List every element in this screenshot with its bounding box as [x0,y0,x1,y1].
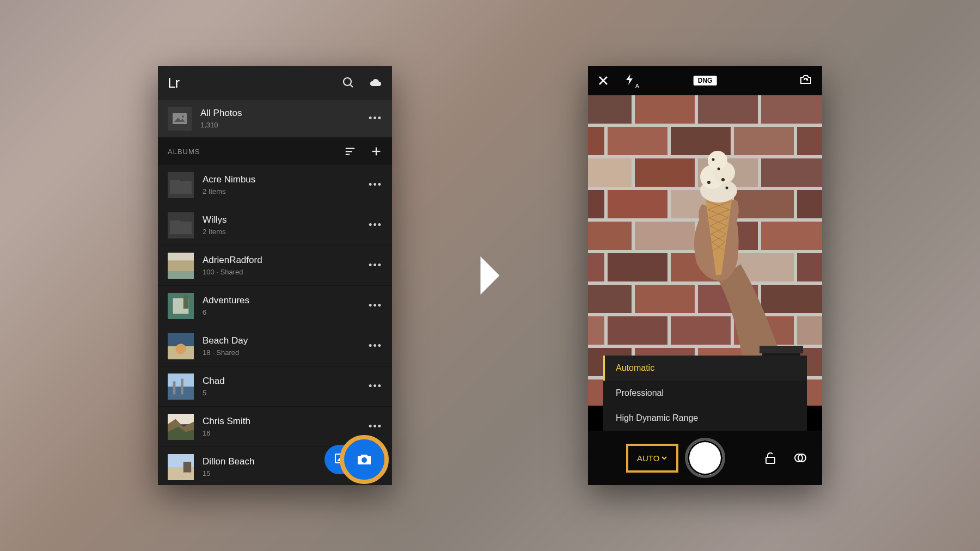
album-row[interactable]: Adventures 6 ••• [158,286,392,326]
svg-rect-75 [797,316,822,345]
more-icon[interactable]: ••• [369,381,382,392]
svg-rect-12 [168,271,194,278]
svg-rect-22 [181,378,183,394]
more-icon[interactable]: ••• [369,260,382,271]
svg-rect-49 [588,158,632,187]
all-photos-count: 1,310 [200,121,242,129]
mode-hdr[interactable]: High Dynamic Range [603,406,807,431]
album-subtitle: 2 Items [203,187,255,195]
more-icon[interactable]: ••• [369,340,382,352]
sort-icon[interactable] [344,145,356,157]
more-icon[interactable]: ••• [369,113,382,124]
svg-rect-50 [635,158,695,187]
cloud-icon[interactable] [369,76,382,89]
search-icon[interactable] [342,76,355,89]
album-thumbnail [168,374,194,400]
svg-rect-15 [183,295,189,308]
svg-rect-62 [588,253,604,281]
albums-section-header: ALBUMS [158,138,392,165]
folder-icon [168,212,194,238]
close-icon[interactable] [598,75,609,86]
svg-point-105 [707,181,710,184]
folder-icon [168,172,194,198]
flash-mode-label: A [635,83,639,89]
album-subtitle: 6 [203,308,249,316]
svg-rect-71 [588,316,604,345]
more-icon[interactable]: ••• [369,219,382,231]
flash-icon [624,73,635,86]
album-subtitle: 16 [203,429,250,437]
album-subtitle: 100 · Shared [203,268,262,276]
svg-rect-61 [761,222,822,250]
album-folder[interactable]: Acre Nimbus 2 Items ••• [158,165,392,205]
svg-point-0 [344,78,351,85]
mode-selector-label: AUTO [637,454,659,463]
svg-rect-46 [671,127,731,155]
svg-rect-2 [173,113,187,124]
svg-rect-48 [797,127,822,155]
chevron-down-icon [661,455,667,461]
camera-button[interactable] [344,439,384,480]
switch-camera-icon[interactable] [799,73,812,86]
camera-top-bar: A DNG [588,66,822,95]
album-name: Adventures [203,295,249,306]
camera-bottom-bar: AUTO [588,431,822,485]
svg-rect-70 [761,285,822,313]
mode-selector-button[interactable]: AUTO [626,444,678,473]
album-folder[interactable]: Willys 2 Items ••• [158,205,392,246]
more-icon[interactable]: ••• [369,421,382,432]
svg-rect-40 [588,95,632,124]
album-name: Acre Nimbus [203,174,255,185]
svg-point-4 [182,115,184,118]
album-thumbnail [168,293,194,319]
album-name: Willys [203,215,226,225]
svg-rect-73 [671,316,731,345]
album-row[interactable]: AdrienRadford 100 · Shared ••• [158,246,392,286]
more-icon[interactable]: ••• [369,179,382,191]
album-thumbnail [168,414,194,440]
album-row[interactable]: Chad 5 ••• [158,366,392,407]
svg-marker-37 [626,74,633,85]
mode-automatic[interactable]: Automatic [603,356,807,381]
add-icon[interactable] [370,145,382,157]
fab-container [324,445,382,474]
albums-label: ALBUMS [168,148,200,156]
svg-rect-43 [761,95,822,124]
svg-rect-72 [608,316,667,345]
flash-button[interactable]: A [624,73,635,88]
svg-rect-57 [797,190,822,218]
svg-point-106 [721,178,725,181]
album-name: Beach Day [203,335,248,346]
mode-professional[interactable]: Professional [603,381,807,406]
album-thumbnail [168,454,194,480]
svg-rect-6 [346,151,352,152]
albums-list: Acre Nimbus 2 Items ••• Willys 2 Items •… [158,165,392,485]
svg-rect-11 [168,260,194,271]
svg-rect-59 [635,222,695,250]
svg-rect-5 [346,148,355,149]
camera-icon [356,451,373,468]
svg-rect-28 [183,462,191,472]
shutter-button[interactable] [685,438,725,478]
format-badge[interactable]: DNG [694,76,717,85]
album-name: Chris Smith [203,416,250,427]
filter-icon[interactable] [794,451,807,464]
svg-point-108 [712,158,715,161]
svg-line-1 [350,84,353,87]
svg-rect-56 [734,190,794,218]
lock-icon[interactable] [764,451,776,464]
svg-rect-42 [698,95,758,124]
album-subtitle: 2 Items [203,228,226,236]
svg-point-107 [718,168,720,170]
album-subtitle: 18 · Shared [203,348,248,357]
lightroom-camera-screen: A DNG [588,66,822,485]
photos-icon [168,107,192,131]
album-row[interactable]: Beach Day 18 · Shared ••• [158,326,392,366]
camera-mode-menu: Automatic Professional High Dynamic Rang… [603,356,807,431]
svg-rect-7 [346,154,350,155]
all-photos-row[interactable]: All Photos 1,310 ••• [158,100,392,138]
svg-rect-86 [759,346,803,353]
svg-rect-54 [608,190,667,218]
svg-rect-63 [608,253,667,281]
more-icon[interactable]: ••• [369,300,382,311]
